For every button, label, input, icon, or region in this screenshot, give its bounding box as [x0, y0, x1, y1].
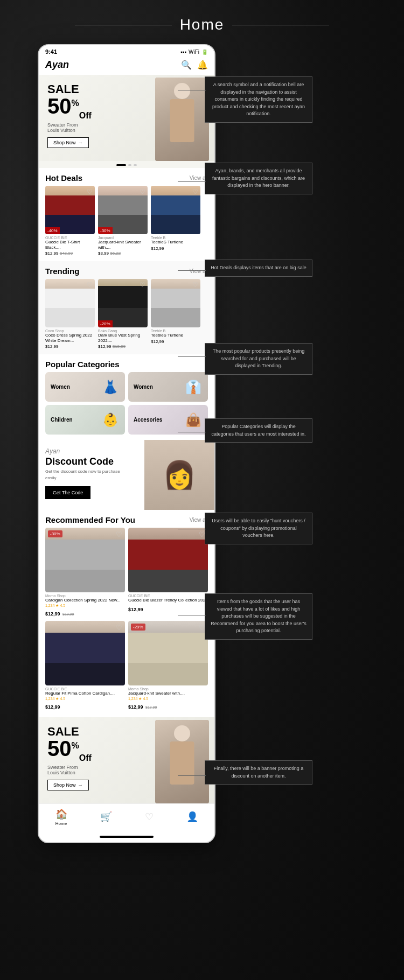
trending-name-2: Dark Blue Vest Spring 2022....: [98, 333, 148, 343]
rec-heart-3[interactable]: ♡: [116, 624, 122, 632]
ann-line-5: [178, 432, 206, 432]
popular-cats-header: Popular Categories: [39, 354, 214, 372]
bottom-home-indicator: [100, 836, 154, 838]
category-card-children[interactable]: Children 👶: [45, 405, 125, 435]
category-label-accessories: Accesories: [134, 417, 162, 423]
rec-brand-3: GUCCIE BIE: [45, 687, 125, 691]
rec-name-3: Regular Fit Pima Cotton Cardigan....: [45, 691, 125, 696]
deal-card-1[interactable]: ♡ -40% GUCCIE BIE Guccie Bie T-Shirt Bla…: [45, 186, 95, 256]
deal-badge-2: -30%: [98, 227, 113, 234]
bottom-shop-now-button[interactable]: Shop Now →: [47, 780, 89, 790]
discount-model-image: 👩: [144, 440, 214, 510]
deal-img-1: ♡ -40%: [45, 186, 95, 234]
deal-old-price-2: $6,22: [110, 251, 121, 256]
rec-heart-1[interactable]: ♡: [116, 530, 122, 538]
deal-prices-3: $12,99: [151, 246, 200, 251]
ann-line-3: [178, 270, 206, 271]
rec-brand-2: GUCCIE BIE: [128, 594, 208, 598]
annotation-8: Finally, there will be a banner promotin…: [205, 760, 312, 785]
bottom-nav-wishlist[interactable]: ♡: [145, 811, 154, 823]
bottom-nav: 🏠 Home 🛒 ♡ 👤: [39, 803, 214, 834]
trending-card-2[interactable]: ♡ -20% Boko Gang Dark Blue Vest Spring 2…: [98, 279, 148, 349]
rec-img-4: ♡ -29%: [128, 621, 208, 685]
trending-heart-1[interactable]: ♡: [87, 281, 93, 289]
ann-line-1: [178, 90, 206, 90]
status-icons: ▪▪▪ WiFi 🔋: [180, 49, 208, 55]
deal-badge-1: -40%: [45, 227, 60, 234]
hot-deals-title: Hot Deals: [45, 173, 82, 183]
rec-price-1: $12,99: [45, 611, 60, 617]
app-logo: Ayan: [45, 59, 69, 71]
notification-icon[interactable]: 🔔: [197, 60, 208, 70]
category-model-women2: 👔: [181, 372, 205, 402]
bottom-sale-banner: SALE 50%Off Sweater From Louis Vuitton S…: [39, 717, 214, 803]
rec-brand-1: Momo Shop: [45, 594, 125, 598]
wifi-icon: WiFi: [189, 49, 199, 55]
bottom-arrow-icon: →: [78, 782, 83, 788]
trending-heart-2[interactable]: ♡: [140, 281, 145, 289]
deal-img-2: ♡ -30%: [98, 186, 148, 234]
category-card-accessories[interactable]: Accesories 👜: [128, 405, 208, 435]
nav-icons: 🔍 🔔: [181, 60, 208, 70]
trending-brand-1: Coco Shop: [45, 329, 95, 333]
rec-old-price-4: $13,99: [145, 705, 157, 709]
shop-now-button[interactable]: Shop Now →: [47, 137, 89, 148]
bottom-nav-profile[interactable]: 👤: [186, 811, 198, 823]
deal-card-3[interactable]: ♡ Teeble B TeebleS Turtlene $12,99: [151, 186, 200, 256]
deal-price-2: $3,99: [98, 251, 109, 256]
rec-price-3: $12,99: [45, 704, 60, 710]
trending-row: ♡ Coco Shop Coco Dress Spring 2022 White…: [39, 279, 214, 354]
category-label-women2: Women: [134, 384, 153, 390]
rec-card-1[interactable]: ♡ -30% Momo Shop Cardigan Collection Spr…: [45, 528, 125, 618]
wishlist-icon-3[interactable]: ♡: [192, 188, 198, 195]
title-line-right: [232, 25, 329, 25]
cart-nav-icon: 🛒: [100, 811, 112, 823]
bottom-nav-cart[interactable]: 🛒: [100, 811, 112, 823]
category-label-children: Children: [51, 417, 73, 423]
trending-prices-1: $12,99: [45, 344, 95, 349]
indicator-dot-2: [128, 164, 131, 166]
annotation-1: A search symbol and a notification bell …: [205, 76, 312, 123]
rec-name-2: Guccie Bie Blazer Trendy Collection 2022: [128, 598, 208, 603]
rec-card-4[interactable]: ♡ -29% Momo Shop Jacquard-knit Sweater w…: [128, 621, 208, 711]
rec-stars-1: 1,234 ★ 4.5: [45, 604, 125, 608]
trending-section: Trending View all ♡ Coco Shop Coco Dress…: [39, 261, 214, 354]
trending-old-price-2: $13,99: [113, 344, 126, 349]
rec-card-3[interactable]: ♡ GUCCIE BIE Regular Fit Pima Cotton Car…: [45, 621, 125, 711]
signal-icon: ▪▪▪: [180, 49, 186, 55]
discount-desc: Get the discount code now to purchase ea…: [45, 468, 126, 480]
categories-grid: Women 👗 Women 👔 Children 👶 Accesories 👜: [39, 372, 214, 440]
category-card-women1[interactable]: Women 👗: [45, 372, 125, 402]
trending-price-1: $12,99: [45, 344, 58, 349]
rec-card-2[interactable]: ♡ GUCCIE BIE Guccie Bie Blazer Trendy Co…: [128, 528, 208, 618]
status-time: 9:41: [45, 48, 57, 55]
deal-name-3: TeebleS Turtlene: [151, 240, 200, 245]
category-model-women1: 👗: [98, 372, 122, 402]
search-icon[interactable]: 🔍: [181, 60, 192, 70]
get-code-button[interactable]: Get The Code: [45, 486, 90, 499]
trending-card-1[interactable]: ♡ Coco Shop Coco Dress Spring 2022 White…: [45, 279, 95, 349]
profile-nav-icon: 👤: [186, 811, 198, 823]
deal-brand-1: GUCCIE BIE: [45, 236, 95, 240]
deal-name-2: Jacquard-knit Sweater with....: [98, 240, 148, 250]
trending-price-3: $12,99: [151, 339, 164, 344]
wishlist-icon-1[interactable]: ♡: [87, 188, 93, 195]
deal-card-2[interactable]: ♡ -30% Jacquard Jacquard-knit Sweater wi…: [98, 186, 148, 256]
category-card-women2[interactable]: Women 👔: [128, 372, 208, 402]
rec-badge-1: -30%: [48, 530, 62, 537]
trending-card-3[interactable]: ♡ Teeble B TeebleS Turtlene $12,99: [151, 279, 200, 349]
bottom-nav-home[interactable]: 🏠 Home: [55, 808, 67, 826]
rec-price-row-3: $12,99: [45, 701, 125, 711]
hero-banner: SALE 50%Off Sweater From Louis Vuitton S…: [39, 75, 214, 161]
category-model-accessories: 👜: [181, 405, 205, 435]
indicator-dot-3: [134, 164, 137, 166]
ann-line-6: [178, 529, 206, 529]
rec-title: Recommended For You: [45, 515, 135, 524]
page-title-container: Home: [0, 0, 404, 44]
annotation-6: Users will be able to easily "hunt vouch…: [205, 513, 312, 544]
rec-badge-4: -29%: [131, 624, 145, 631]
wishlist-icon-2[interactable]: ♡: [140, 188, 145, 195]
annotation-7: Items from the goods that the user has v…: [205, 593, 312, 640]
deal-brand-3: Teeble B: [151, 236, 200, 240]
trending-heart-3[interactable]: ♡: [192, 281, 198, 289]
